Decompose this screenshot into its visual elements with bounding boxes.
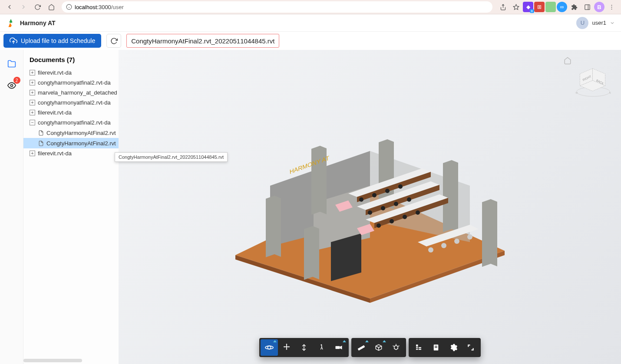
viewcube[interactable]: W N RIGHT BACK [573, 66, 613, 99]
url-text: localhost:3000/user [75, 4, 124, 10]
tree-item-label: filerevit.rvt-da [38, 150, 72, 157]
svg-point-48 [368, 210, 372, 215]
properties-button[interactable] [427, 339, 445, 356]
tree-item[interactable]: −congtyharmonyatfinal2.rvt-da [23, 118, 119, 128]
toolbar-refresh-button[interactable] [106, 34, 121, 48]
tree-item[interactable]: +congtyharmonyatfinal2.rvt-da [23, 78, 119, 88]
tree-item[interactable]: +congtyharmonyatfinal2.rvt-da [23, 98, 119, 108]
browser-actions: ◆ ⊞ ∞ B [497, 1, 618, 13]
menu-icon[interactable] [605, 1, 618, 13]
svg-rect-80 [416, 347, 418, 348]
logo-icon [6, 18, 16, 28]
tree-sub-item[interactable]: CongtyHarmonyAtFinal2.rvt [23, 128, 119, 138]
svg-line-72 [376, 346, 379, 348]
svg-line-78 [398, 346, 400, 346]
camera-button[interactable] [330, 339, 347, 356]
extensions-icon[interactable] [568, 1, 580, 13]
svg-point-54 [403, 215, 407, 219]
model-illustration: HARMONY AT [214, 99, 526, 303]
viewcube-home-icon[interactable] [564, 57, 571, 65]
walk-button[interactable] [313, 339, 330, 356]
scrollbar[interactable] [23, 359, 82, 362]
expand-icon[interactable]: + [30, 70, 35, 75]
brand[interactable]: Harmony AT [6, 18, 56, 28]
svg-marker-32 [482, 199, 491, 267]
viewer-3d[interactable]: W N RIGHT BACK [119, 50, 621, 364]
toolbar: Upload file to add Schedule CongtyHarmon… [0, 32, 621, 50]
tree-item[interactable]: +filerevit.rvt-da [23, 148, 119, 158]
svg-point-49 [381, 206, 385, 210]
tree-sub-label: CongtyHarmonyAtFinal2.rvt [46, 140, 116, 147]
tree-sub-item[interactable]: CongtyHarmonyAtFinal2.rvt [23, 138, 119, 148]
svg-marker-34 [266, 196, 274, 257]
svg-rect-70 [357, 345, 365, 351]
section-button[interactable] [370, 339, 387, 356]
svg-line-73 [379, 346, 382, 348]
tree-item[interactable]: +filerevit.rvt-da [23, 68, 119, 78]
user-name-label: user1 [592, 20, 606, 26]
svg-marker-26 [311, 146, 320, 215]
svg-point-9 [611, 8, 612, 9]
explode-button[interactable] [387, 339, 405, 356]
svg-point-64 [268, 346, 271, 349]
tooltip: CongtyHarmonyAtFinal2.rvt_20220511044845… [115, 152, 228, 162]
svg-rect-85 [435, 346, 437, 347]
svg-point-8 [611, 7, 612, 7]
browser-chrome: localhost:3000/user ◆ ⊞ ∞ B [0, 0, 621, 14]
settings-button[interactable] [445, 339, 462, 356]
pan-button[interactable] [278, 339, 295, 356]
extension-red-icon[interactable]: ⊞ [534, 2, 545, 12]
svg-point-47 [398, 184, 403, 189]
extension-green-icon[interactable] [545, 2, 556, 12]
tree-item[interactable]: +marvela_harmony_at_detached [23, 88, 119, 98]
zoom-button[interactable] [295, 339, 313, 356]
svg-point-50 [394, 202, 398, 206]
panel-title: Documents (7) [23, 50, 119, 68]
forward-button[interactable] [17, 1, 30, 13]
expand-icon[interactable]: + [30, 80, 35, 85]
svg-point-46 [385, 189, 390, 193]
expand-icon[interactable]: + [30, 151, 35, 156]
extension-purple-icon[interactable]: ◆ [523, 2, 533, 12]
svg-rect-5 [585, 4, 589, 9]
bookmark-icon[interactable] [510, 1, 522, 13]
svg-point-52 [377, 223, 381, 228]
collapse-icon[interactable]: − [30, 120, 35, 125]
profile-avatar[interactable]: B [594, 2, 604, 12]
panel-icon[interactable] [581, 1, 593, 13]
svg-point-61 [454, 239, 459, 244]
file-title-box[interactable]: CongtyHarmonyAtFinal2.rvt_20220511044845… [126, 34, 279, 48]
file-title-label: CongtyHarmonyAtFinal2.rvt_20220511044845… [131, 37, 274, 45]
extension-blue-icon[interactable]: ∞ [557, 2, 567, 12]
home-button[interactable] [45, 1, 57, 13]
user-menu[interactable]: U user1 [576, 17, 615, 29]
notification-badge: 2 [13, 77, 20, 84]
viewcube-area: W N RIGHT BACK [561, 57, 613, 99]
svg-rect-86 [435, 347, 437, 348]
svg-marker-37 [313, 226, 319, 279]
upload-button[interactable]: Upload file to add Schedule [3, 34, 101, 48]
tree-item[interactable]: +filerevit.rvt-da [23, 108, 119, 118]
fullscreen-button[interactable] [462, 339, 479, 356]
info-icon [66, 4, 72, 10]
tree-item-label: marvela_harmony_at_detached [38, 89, 117, 96]
chevron-down-icon [610, 20, 615, 26]
app-header: Harmony AT U user1 [0, 14, 621, 32]
visibility-icon[interactable]: 2 [6, 79, 18, 92]
viewer-toolbar [259, 338, 481, 357]
back-button[interactable] [3, 1, 16, 13]
reload-button[interactable] [31, 1, 43, 13]
folder-icon[interactable] [6, 58, 18, 70]
tree-item-label: congtyharmonyatfinal2.rvt-da [38, 99, 111, 106]
expand-icon[interactable]: + [30, 110, 35, 115]
share-icon[interactable] [497, 1, 509, 13]
model-browser-button[interactable] [410, 339, 427, 356]
measure-button[interactable] [353, 339, 370, 356]
expand-icon[interactable]: + [30, 100, 35, 105]
svg-point-53 [390, 219, 394, 223]
cloud-upload-icon [10, 37, 17, 45]
expand-icon[interactable]: + [30, 90, 35, 95]
svg-point-59 [428, 247, 433, 253]
address-bar[interactable]: localhost:3000/user [62, 1, 492, 13]
orbit-button[interactable] [261, 339, 278, 356]
